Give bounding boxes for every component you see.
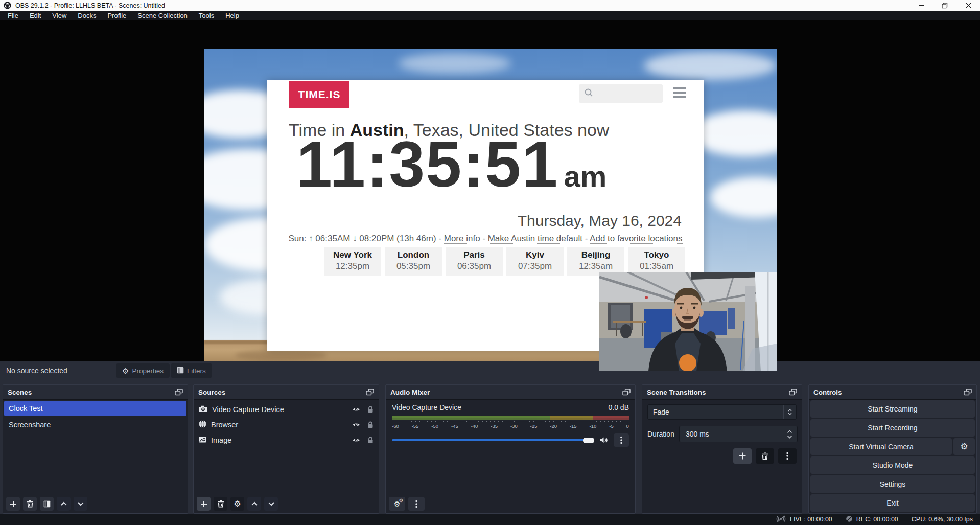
city-card[interactable]: Tokyo01:35am <box>628 247 685 276</box>
filters-button[interactable]: Filters <box>171 363 212 378</box>
speaker-icon[interactable] <box>599 437 609 444</box>
start-virtual-camera-button[interactable]: Start Virtual Camera <box>810 438 952 455</box>
digital-clock: 11:35:51 am <box>296 129 606 200</box>
remove-scene-button[interactable] <box>23 497 37 511</box>
eye-icon[interactable] <box>352 422 360 428</box>
volume-slider[interactable] <box>392 439 594 441</box>
gear-icon: ⚙ <box>122 367 129 375</box>
menu-scene-collection[interactable]: Scene Collection <box>132 11 193 20</box>
add-scene-button[interactable] <box>6 497 20 511</box>
virtual-camera-settings-button[interactable]: ⚙ <box>953 438 975 455</box>
mixer-menu-button[interactable] <box>408 497 425 511</box>
current-date: Thursday, May 16, 2024 <box>518 212 682 230</box>
restore-button[interactable] <box>933 0 956 11</box>
lock-icon[interactable] <box>367 437 374 444</box>
city-card[interactable]: Beijing12:35am <box>567 247 624 276</box>
advanced-audio-button[interactable]: ⚙⚙ <box>389 497 405 511</box>
move-scene-down-button[interactable] <box>74 497 87 511</box>
broadcast-icon <box>776 515 786 524</box>
minimize-button[interactable] <box>909 0 933 11</box>
city-card[interactable]: London05:35pm <box>385 247 442 276</box>
source-toolbar: No source selected ⚙ Properties Filters <box>0 361 980 380</box>
studio-mode-button[interactable]: Studio Mode <box>810 456 975 474</box>
source-item-browser[interactable]: Browser <box>194 417 379 432</box>
meter-ruler <box>392 421 629 422</box>
source-item-video-capture[interactable]: Video Capture Device <box>194 402 379 417</box>
timeis-logo[interactable]: TIME.IS <box>289 81 349 108</box>
hamburger-menu-icon[interactable] <box>673 87 686 98</box>
search-icon <box>584 88 593 99</box>
volume-slider-handle[interactable] <box>583 438 594 443</box>
camera-icon <box>199 405 207 414</box>
controls-panel-title: Controls <box>813 389 842 396</box>
clock-time: 11:35:51 <box>296 129 558 200</box>
city-card[interactable]: Kyiv07:35pm <box>506 247 564 276</box>
source-item-image[interactable]: Image <box>194 432 379 448</box>
menu-edit[interactable]: Edit <box>24 11 46 20</box>
select-chevrons-icon <box>783 405 796 419</box>
audio-mixer-panel: Audio Mixer Video Capture Device 0.0 dB … <box>385 384 636 514</box>
menu-view[interactable]: View <box>46 11 72 20</box>
source-properties-button[interactable]: ⚙ <box>230 497 244 511</box>
move-scene-up-button[interactable] <box>57 497 71 511</box>
popout-icon[interactable] <box>366 389 374 396</box>
lock-icon[interactable] <box>367 406 374 413</box>
eye-icon[interactable] <box>352 437 360 443</box>
preview-background: TIME.IS Time in Austin, Texas, United St… <box>0 20 980 361</box>
search-input[interactable] <box>579 84 663 103</box>
menu-docks[interactable]: Docks <box>72 11 102 20</box>
add-transition-button[interactable] <box>733 448 752 464</box>
lock-icon[interactable] <box>367 421 374 428</box>
remove-source-button[interactable] <box>214 497 227 511</box>
popout-icon[interactable] <box>789 389 797 396</box>
menu-tools[interactable]: Tools <box>193 11 220 20</box>
move-source-down-button[interactable] <box>264 497 278 511</box>
transition-select[interactable]: Fade <box>647 404 797 420</box>
start-recording-button[interactable]: Start Recording <box>810 419 975 437</box>
settings-button[interactable]: Settings <box>810 475 975 493</box>
scene-item-clock-test[interactable]: Clock Test <box>4 401 186 416</box>
eye-icon[interactable] <box>352 406 360 413</box>
sun-info-line: Sun: ↑ 06:35AM ↓ 08:20PM (13h 46m) - Mor… <box>267 234 704 244</box>
menu-bar: File Edit View Docks Profile Scene Colle… <box>0 11 980 20</box>
popout-icon[interactable] <box>175 389 183 396</box>
more-info-link[interactable]: More info <box>444 234 480 244</box>
remove-transition-button[interactable] <box>756 448 774 464</box>
start-streaming-button[interactable]: Start Streaming <box>810 400 975 418</box>
transition-properties-button[interactable] <box>778 448 797 464</box>
program-preview[interactable]: TIME.IS Time in Austin, Texas, United St… <box>204 49 777 371</box>
exit-button[interactable]: Exit <box>810 494 975 512</box>
properties-button[interactable]: ⚙ Properties <box>116 363 170 378</box>
menu-profile[interactable]: Profile <box>102 11 132 20</box>
add-source-button[interactable] <box>197 497 211 511</box>
menu-file[interactable]: File <box>2 11 24 20</box>
city-card[interactable]: New York12:35pm <box>324 247 381 276</box>
add-favorite-link[interactable]: Add to favorite locations <box>590 234 682 244</box>
duration-spinner[interactable]: 300 ms <box>679 426 798 442</box>
live-timer: LIVE: 00:00:00 <box>790 516 832 523</box>
scene-item-screenshare[interactable]: Screenshare <box>4 417 186 432</box>
popout-icon[interactable] <box>964 389 972 396</box>
sources-panel: Sources Video Capture Device Browser Ima… <box>193 384 379 514</box>
webcam-overlay[interactable] <box>599 272 777 371</box>
menu-help[interactable]: Help <box>220 11 245 20</box>
cpu-fps-stats: CPU: 0.6%, 30.00 fps <box>912 516 973 523</box>
city-card[interactable]: Paris06:35pm <box>446 247 503 276</box>
gear-icon: ⚙ <box>234 500 241 508</box>
obs-window: OBS 29.1.2 - Profile: LLHLS BETA - Scene… <box>0 0 980 525</box>
world-city-times: New York12:35pm London05:35pm Paris06:35… <box>324 247 685 276</box>
popout-icon[interactable] <box>622 389 631 396</box>
mixer-channel-options-button[interactable] <box>614 433 629 447</box>
mixer-panel-title: Audio Mixer <box>390 389 430 396</box>
controls-panel: Controls Start Streaming Start Recording… <box>808 384 977 514</box>
scene-transitions-panel: Scene Transitions Fade Duration 300 ms <box>642 384 802 514</box>
clock-meridiem: am <box>564 159 606 200</box>
scene-filters-button[interactable] <box>40 497 54 511</box>
duration-label: Duration <box>647 430 674 438</box>
spin-up-icon <box>787 430 792 433</box>
move-source-up-button[interactable] <box>247 497 261 511</box>
title-bar: OBS 29.1.2 - Profile: LLHLS BETA - Scene… <box>0 0 980 11</box>
mixer-channel-name: Video Capture Device <box>392 403 461 412</box>
close-button[interactable] <box>956 0 980 11</box>
make-default-link[interactable]: Make Austin time default <box>488 234 582 244</box>
